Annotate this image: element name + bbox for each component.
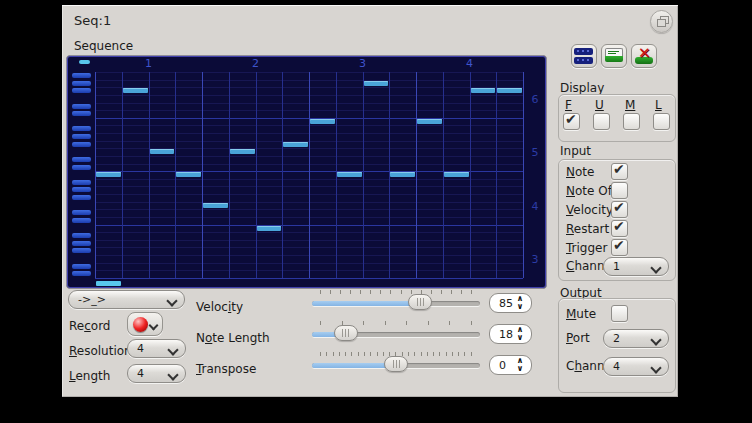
grid-column-line: [363, 72, 364, 278]
grid-column-line: [416, 72, 417, 278]
input-checkbox[interactable]: ✔: [611, 220, 628, 237]
output-port-label: Port: [566, 331, 590, 345]
sequence-note[interactable]: [203, 203, 228, 208]
grid-column-line: [229, 72, 230, 278]
check-label: Restart: [566, 222, 609, 236]
octave-label: 5: [527, 146, 543, 159]
display-option-label: L: [655, 98, 662, 112]
grid-column-line: [470, 72, 471, 278]
chevron-down-icon: [149, 321, 159, 331]
slider-handle[interactable]: [384, 356, 408, 372]
note-length-label: Note Length: [196, 331, 270, 345]
check-icon: ✔: [565, 111, 577, 127]
sequence-note[interactable]: [471, 88, 496, 93]
output-channel-combobox[interactable]: 4: [603, 357, 669, 376]
sequence-note[interactable]: [123, 88, 148, 93]
float-button[interactable]: [650, 10, 673, 33]
chevron-down-icon: [650, 262, 661, 273]
duplicate-pattern-icon: [574, 48, 593, 66]
sequence-note[interactable]: [364, 81, 389, 86]
resolution-combobox[interactable]: 4: [127, 339, 186, 358]
duplicate-pattern-button[interactable]: [571, 44, 597, 68]
loop-mode-value: ->_>: [78, 293, 106, 306]
spin-down-icon[interactable]: ∨: [515, 334, 525, 342]
display-u-checkbox[interactable]: [593, 113, 610, 130]
input-checkbox[interactable]: ✔: [611, 239, 628, 256]
piano-roll-editor[interactable]: 12346543: [66, 55, 547, 289]
sequence-note[interactable]: [150, 149, 175, 154]
transpose-spinbox[interactable]: 0 ∧∨: [489, 355, 532, 375]
note-length-spinbox[interactable]: 18 ∧∨: [489, 324, 532, 344]
delete-button[interactable]: ✕: [631, 44, 657, 68]
sequence-note[interactable]: [176, 172, 201, 177]
keyboard-key-mark: [72, 248, 91, 253]
input-checkbox[interactable]: [611, 182, 628, 199]
sequence-note[interactable]: [497, 88, 522, 93]
check-icon: ✔: [613, 161, 625, 177]
sequence-note[interactable]: [96, 172, 121, 177]
slider-ticks: [320, 290, 472, 294]
display-group-title: Display: [560, 81, 604, 95]
keyboard-key-mark: [72, 111, 91, 116]
beat-number-label: 2: [202, 57, 309, 69]
record-button[interactable]: [127, 312, 163, 336]
grid-column-line: [256, 72, 257, 278]
sequence-note[interactable]: [283, 142, 308, 147]
grid-column-line: [149, 72, 150, 278]
sequence-note[interactable]: [257, 226, 282, 231]
rename-button[interactable]: [601, 44, 627, 68]
length-combobox[interactable]: 4: [127, 364, 186, 383]
velocity-spinbox[interactable]: 85 ∧∨: [489, 293, 532, 313]
input-checkbox[interactable]: ✔: [611, 201, 628, 218]
display-option-label: F: [565, 98, 572, 112]
input-channel-combobox[interactable]: 1: [603, 257, 669, 276]
keyboard-key-mark: [72, 218, 91, 223]
slider-handle[interactable]: [408, 294, 432, 310]
playback-cursor: [96, 281, 121, 286]
sequence-note[interactable]: [417, 119, 442, 124]
keyboard-key-mark: [72, 264, 91, 269]
mute-checkbox[interactable]: [611, 305, 628, 322]
delete-icon: ✕: [634, 46, 654, 66]
screen-background: { "window": { "title": "Seq:1" }, "toolb…: [0, 0, 752, 423]
spin-down-icon[interactable]: ∨: [515, 365, 525, 373]
resolution-value: 4: [137, 342, 144, 355]
seq-dock-window: Seq:1 Sequence 12346543 ✕ ->_> Record Re…: [62, 5, 678, 397]
note-length-slider[interactable]: [312, 321, 480, 345]
transpose-slider[interactable]: [312, 352, 480, 376]
slider-track[interactable]: [312, 301, 480, 306]
sequence-note[interactable]: [390, 172, 415, 177]
slider-handle[interactable]: [334, 325, 358, 341]
loop-mode-combobox[interactable]: ->_>: [68, 290, 185, 309]
input-checkbox[interactable]: ✔: [611, 163, 628, 180]
display-l-checkbox[interactable]: [653, 113, 670, 130]
sequence-note[interactable]: [444, 172, 469, 177]
velocity-slider[interactable]: [312, 290, 480, 314]
spinbox-value: 18: [499, 328, 513, 341]
sequence-note[interactable]: [230, 149, 255, 154]
playhead-marker: [79, 60, 90, 64]
transpose-label: Transpose: [196, 362, 256, 376]
input-check-row: Trigger✔: [559, 239, 675, 258]
velocity-label: Velocity: [196, 300, 243, 314]
keyboard-key-mark: [72, 195, 91, 200]
spin-down-icon[interactable]: ∨: [515, 303, 525, 311]
window-title: Seq:1: [74, 13, 111, 28]
spinbox-value: 85: [499, 297, 513, 310]
check-label: Note Off: [566, 184, 616, 198]
display-m-checkbox[interactable]: [623, 113, 640, 130]
beat-number-label: 3: [309, 57, 416, 69]
output-channel-value: 4: [613, 360, 620, 373]
sequence-note[interactable]: [310, 119, 335, 124]
display-f-checkbox[interactable]: ✔: [563, 113, 580, 130]
restore-icon: [657, 19, 666, 27]
check-label: Trigger: [566, 241, 607, 255]
grid-column-line: [122, 72, 123, 278]
grid-column-line: [282, 72, 283, 278]
sequence-note[interactable]: [337, 172, 362, 177]
input-channel-value: 1: [613, 260, 620, 273]
keyboard-key-mark: [72, 104, 91, 109]
sequence-group-label: Sequence: [74, 39, 133, 53]
output-port-combobox[interactable]: 2: [603, 329, 669, 348]
keyboard-key-mark: [72, 73, 91, 78]
